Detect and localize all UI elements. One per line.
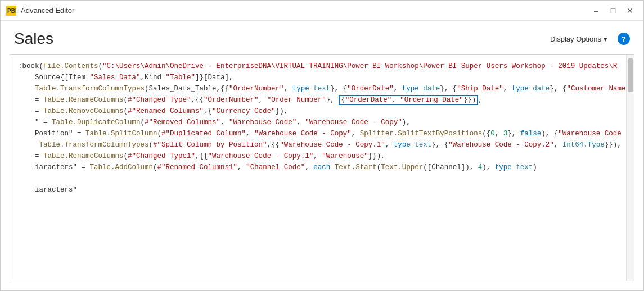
title-bar-left: PBI Advanced Editor <box>6 6 74 16</box>
editor-line: iaracters" = Table.AddColumn(#"Renamed C… <box>18 162 618 173</box>
editor-line: iaracters" <box>18 184 618 195</box>
title-bar-title: Advanced Editor <box>21 6 74 15</box>
editor-line: = Table.RenameColumns(#"Changed Type1",{… <box>18 151 618 162</box>
editor-line: = Table.RemoveColumns(#"Renamed Columns"… <box>18 106 618 117</box>
header-area: Sales Display Options ▾ ? <box>1 21 643 54</box>
highlight-selection: {"OrderDate", "Ordering Date"}}) <box>339 95 478 105</box>
title-bar: PBI Advanced Editor – □ ✕ <box>1 1 643 21</box>
editor-line: Source{[Item="Sales_Data",Kind="Table"]}… <box>18 72 618 83</box>
help-button[interactable]: ? <box>618 33 630 45</box>
editor-line: Position" = Table.SplitColumn(#"Duplicat… <box>18 128 618 139</box>
editor-content[interactable]: :book(File.Contents("C:\Users\Admin\OneD… <box>10 55 626 281</box>
header-right: Display Options ▾ ? <box>546 33 630 46</box>
editor-line: :book(File.Contents("C:\Users\Admin\OneD… <box>18 61 618 72</box>
display-options-label: Display Options <box>550 35 601 43</box>
chevron-down-icon: ▾ <box>604 35 607 43</box>
editor-line: Table.TransformColumnTypes(Sales_Data_Ta… <box>18 83 618 94</box>
page-title: Sales <box>14 30 53 48</box>
scrollbar-thumb <box>628 58 633 92</box>
minimize-button[interactable]: – <box>588 4 604 17</box>
editor-container: :book(File.Contents("C:\Users\Admin\OneD… <box>10 54 634 281</box>
title-bar-controls: – □ ✕ <box>588 4 638 17</box>
editor-line: Table.TransformColumnTypes(#"Split Colum… <box>18 139 618 151</box>
display-options-button[interactable]: Display Options ▾ <box>546 33 612 46</box>
svg-text:PBI: PBI <box>7 8 16 14</box>
close-button[interactable]: ✕ <box>622 4 638 17</box>
editor-line <box>18 173 618 184</box>
editor-scrollbar[interactable] <box>626 55 634 281</box>
editor-line: " = Table.DuplicateColumn(#"Removed Colu… <box>18 117 618 128</box>
editor-line-highlighted: = Table.RenameColumns(#"Changed Type",{{… <box>18 94 618 106</box>
maximize-button[interactable]: □ <box>605 4 621 17</box>
app-icon: PBI <box>6 6 16 16</box>
